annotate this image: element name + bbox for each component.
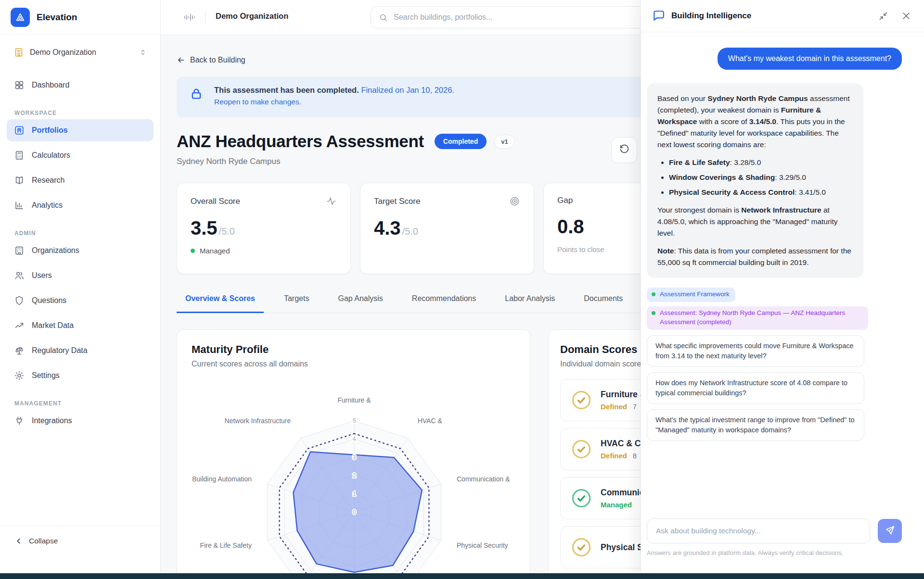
send-button[interactable] [878,519,902,543]
domain-maturity-status: Managed [601,501,632,509]
svg-text:Building Automation: Building Automation [192,475,252,483]
tab-gap-analysis[interactable]: Gap Analysis [329,291,391,313]
back-to-building-link[interactable]: Back to Building [177,56,245,64]
sidebar-footer: Collapse [0,526,160,556]
org-selector[interactable]: Demo Organization [7,42,154,63]
score-card-overall-score: Overall Score3.5/5.0Managed [177,183,351,274]
suggested-questions: What specific improvements could move Fu… [647,335,902,441]
svg-text:Communication &: Communication & [457,475,510,483]
sidebar-item-research[interactable]: Research [7,169,154,191]
sidebar-item-organizations[interactable]: Organizations [7,239,154,262]
search-input[interactable] [394,13,651,22]
close-panel-button[interactable] [901,11,911,21]
card-value: 0.8 [557,216,584,238]
assistant-paragraph: Your strongest domain is Network Infrast… [657,204,853,239]
org-selector-label: Demo Organization [30,48,139,57]
maturity-profile-card: 012345Furniture &HVAC &Communication &Ph… [177,329,530,579]
topbar-org-name: Demo Organization [216,12,288,21]
tab-documents[interactable]: Documents [575,291,631,313]
topbar-divider [205,10,205,25]
reset-button[interactable] [611,137,637,163]
collapse-label: Collapse [29,537,58,545]
collapse-sidebar-button[interactable]: Collapse [14,537,146,545]
svg-text:4: 4 [353,436,356,442]
suggested-question[interactable]: What's the typical investment range to i… [647,409,864,441]
activity-icon [326,196,337,207]
sidebar-item-dashboard[interactable]: Dashboard [7,74,154,96]
source-dot-icon [652,311,655,315]
svg-text:Network Infrastructure: Network Infrastructure [225,417,291,425]
sidebar-item-portfolios[interactable]: Portfolios [7,119,154,141]
chat-header: Building Intelligence [641,0,924,32]
card-label: Gap [557,196,573,205]
sidebar-item-analytics[interactable]: Analytics [7,194,154,216]
chevron-updown-icon [139,49,147,56]
card-value: 3.5 [191,217,218,239]
check-circle-icon [570,536,592,558]
minimize-panel-button[interactable] [878,11,888,21]
assistant-note: Note: This data is from your completed a… [657,245,853,268]
assistant-bullet: Fire & Life Safety: 3.28/5.0 [669,157,853,168]
assistant-bullet: Physical Security & Access Control: 3.41… [669,187,853,198]
chevron-left-icon [14,537,23,545]
domain-maturity-status: Defined [601,403,627,411]
domain-score-fragment: 8 [633,452,637,460]
scales-icon [14,345,25,356]
card-status: Managed [191,247,337,255]
context-chip[interactable]: Assessment: Sydney North Ryde Campus — A… [647,306,868,330]
check-circle-icon [570,389,592,411]
maturity-title: Maturity Profile [192,343,308,356]
chart-icon [14,200,25,211]
tabs: Overview & ScoresTargetsGap AnalysisReco… [177,291,719,313]
banner-finalized-date: Finalized on Jan 10, 2026. [361,86,454,94]
lock-icon [189,87,204,103]
chat-input[interactable] [647,518,870,543]
suggested-question[interactable]: What specific improvements could move Fu… [647,335,864,367]
page-title: ANZ Headquarters Assessment [177,132,424,151]
context-chip[interactable]: Assessment Framework [647,288,735,302]
suggested-question[interactable]: How does my Network Infrastructure score… [647,372,864,404]
sidebar-item-questions[interactable]: Questions [7,290,154,312]
svg-text:0: 0 [353,509,356,516]
svg-text:Fire & Life Safety: Fire & Life Safety [200,541,252,549]
reopen-link[interactable]: Reopen to make changes. [214,98,301,106]
sidebar-item-market-data[interactable]: Market Data [7,315,154,337]
card-denominator: /5.0 [219,226,235,237]
sidebar-item-regulatory-data[interactable]: Regulatory Data [7,340,154,362]
assistant-bullet-list: Fire & Life Safety: 3.28/5.0Window Cover… [657,157,853,198]
section-label-workspace: WORKSPACE [14,110,146,116]
dashboard-icon [14,80,25,90]
shield-icon [14,295,25,306]
chat-disclaimer: Answers are grounded in platform data. A… [647,549,902,556]
maturity-subtitle: Current scores across all domains [192,360,308,368]
status-dot-icon [191,249,195,253]
check-circle-icon [570,487,592,509]
domain-maturity-status: Defined [601,452,627,460]
org-building-icon [13,47,24,58]
sidebar-item-settings[interactable]: Settings [7,365,154,387]
audio-wave-icon[interactable] [184,12,196,23]
chat-title: Building Intelligence [671,11,865,21]
score-card-target-score: Target Score4.3/5.0 [360,183,534,274]
svg-text:2: 2 [353,472,356,479]
back-link-label: Back to Building [190,56,245,64]
global-search[interactable] [371,6,659,28]
svg-text:1: 1 [353,491,356,497]
rotate-ccw-icon [619,144,629,156]
tab-targets[interactable]: Targets [275,291,318,313]
banner-message: This assessment has been completed. [214,86,359,94]
target-icon [509,196,520,207]
svg-text:3: 3 [353,454,356,461]
tab-recommendations[interactable]: Recommendations [403,291,485,313]
sidebar-item-users[interactable]: Users [7,264,154,287]
chat-transcript: What's my weakest domain in this assessm… [641,32,924,512]
trend-icon [14,320,25,331]
source-dot-icon [652,292,655,296]
tab-labor-analysis[interactable]: Labor Analysis [496,291,564,313]
sidebar-item-calculators[interactable]: Calculators [7,144,154,166]
assistant-bullet: Window Coverings & Shading: 3.29/5.0 [669,172,853,183]
section-label-admin: ADMIN [14,230,146,237]
status-badge: Completed [435,134,487,149]
tab-overview-scores[interactable]: Overview & Scores [177,291,264,313]
sidebar-item-integrations[interactable]: Integrations [7,410,154,432]
